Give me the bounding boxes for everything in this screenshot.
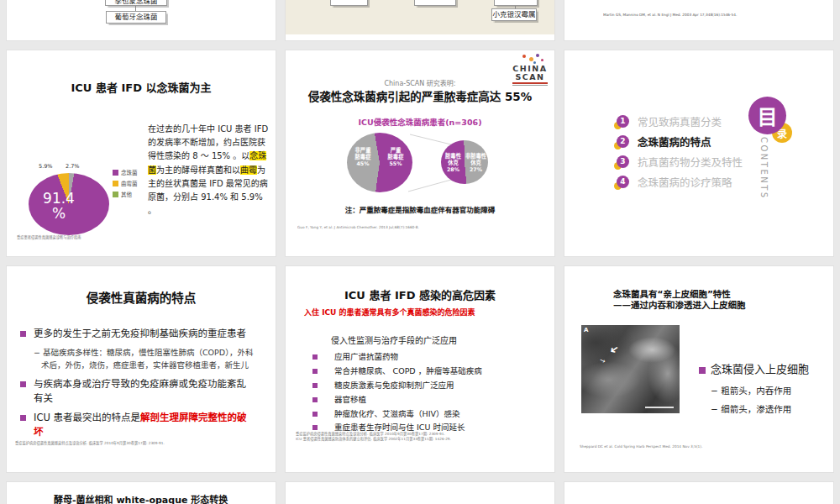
pie-sepsis-severity: 非严重 脓毒症 45% 严重 脓毒症 55% [347, 133, 412, 192]
number-badge: 2 [617, 135, 629, 148]
bullet-square-icon [312, 354, 318, 360]
risk-list: 侵入性监测与治疗手段的广泛应用 应用广谱抗菌药物 常合并糖尿病、 COPD ，肿… [312, 333, 539, 437]
bullet-item: 与疾病本身或治疗导致的免疫麻痹或免疫功能紊乱有关 [20, 377, 267, 407]
scale-bar [645, 407, 674, 408]
toc-contents-vertical-label: CONTENTS [759, 137, 769, 200]
bullet-square-icon [20, 415, 26, 421]
contents-item-2[interactable]: 2 念珠菌病的特点 [617, 131, 743, 151]
pie-label-candida-pct: 91.4% [25, 192, 92, 222]
pie-label-shock: 脓毒性 休克28% [442, 153, 465, 173]
thick-arrow-icon: ➜ [607, 342, 622, 358]
slide-partial-blank-1[interactable] [286, 482, 554, 504]
footnote: 重症患者侵袭性真菌感染诊断与治疗指南 [17, 234, 81, 239]
pie-label-other: 2.7% [66, 163, 80, 170]
org-box-cut-3 [494, 0, 538, 6]
sub-bullet-1: − 粗箭头，内吞作用 [711, 384, 791, 396]
bullet-square-icon [20, 331, 26, 337]
risk-item: 常合并糖尿病、 COPD ，肿瘤等基础疾病 [312, 366, 539, 376]
footnote-2: ICU 患者侵袭性真菌感染防治体系的建立和评估. 临床医学 2002年11月第3… [296, 436, 451, 441]
legend-swatch-aspergillus [113, 181, 118, 186]
contents-item-1[interactable]: 1 常见致病真菌分类 [617, 111, 743, 131]
org-box-bottom: 葡萄牙念珠菌 [106, 11, 166, 24]
contents-list: 1 常见致病真菌分类 2 念珠菌病的特点 3 抗真菌药物分类及特性 4 念珠菌病… [617, 111, 743, 192]
contents-item-label-active: 念珠菌病的特点 [638, 134, 711, 150]
bullet-item: ICU 患者最突出的特点是解剖生理屏障完整性的破坏 [20, 411, 267, 440]
risk-lead-item: 侵入性监测与治疗手段的广泛应用 [331, 333, 539, 346]
citation-text: Sheppard DC et al. Cold Spring Harb Pers… [580, 444, 702, 449]
sub-bullet-2: − 细箭头，渗透作用 [711, 402, 791, 415]
slide-title: ICU 患者 IFD 以念珠菌为主 [7, 79, 276, 95]
legend-label: 念珠菌 [121, 168, 138, 176]
org-box-cunninghamella: 小克银汉霉属 [491, 8, 537, 21]
pie-label-noshock: 非脓毒性 休克27% [465, 153, 487, 173]
citation-text: Martin GS, Mannino DM, et al. N Engl J M… [603, 13, 737, 17]
bullet-square-icon [312, 412, 318, 417]
risk-item: 应用广谱抗菌药物 [312, 352, 539, 362]
pie-legend: 念珠菌 曲霉菌 其他 [113, 168, 138, 201]
slide-candida-classification[interactable]: 季也蒙念珠菌 葡萄牙念珠菌 [7, 0, 276, 40]
org-box-top: 季也蒙念珠菌 [105, 0, 167, 6]
legend-swatch-candida [113, 170, 118, 176]
slide-contents[interactable]: 1 常见致病真菌分类 2 念珠菌病的特点 3 抗真菌药物分类及特性 4 念珠菌病… [564, 50, 833, 256]
slide-sepsis-citation[interactable]: Martin GS, Mannino DM, et al. N Engl J M… [564, 0, 833, 40]
citation-text: Guo F, Yang Y, et al. J Antimicrob Chemo… [297, 225, 419, 229]
org-box-cut-1 [330, 0, 368, 6]
number-badge: 4 [617, 176, 629, 188]
bullet-item: 更多的发生于之前无免疫抑制基础疾病的重症患者 [20, 327, 267, 341]
contents-item-4[interactable]: 4 念珠菌病的诊疗策略 [617, 171, 743, 192]
red-subtitle: 入住 ICU 的患者通常具有多个真菌感染的危险因素 [304, 307, 475, 318]
contents-item-label: 抗真菌药物分类及特性 [638, 154, 743, 170]
bullet-square-icon [20, 381, 26, 387]
slide-mold-classification[interactable]: 小克银汉霉属 [286, 0, 554, 40]
slide-title: 侵袭性真菌病的特点 [7, 288, 276, 306]
bullet-text: 念珠菌侵入上皮细胞 [711, 360, 809, 376]
legend-label: 其他 [121, 190, 132, 198]
contents-item-label: 念珠菌病的诊疗策略 [638, 174, 732, 190]
slide-title-line2: ——通过内吞和渗透进入上皮细胞 [613, 298, 746, 311]
risk-item: 糖皮质激素与免疫抑制剂广泛应用 [312, 381, 539, 391]
bullet-square-icon [312, 425, 318, 430]
pie-label-nonsevere: 非严重 脓毒症 45% [348, 147, 378, 167]
slide-epithelial-affinity[interactable]: 念珠菌具有“亲上皮细胞”特性 ——通过内吞和渗透进入上皮细胞 A ➜ → 念珠菌… [564, 266, 833, 472]
pie-label-severe: 严重 脓毒症 55% [381, 147, 410, 167]
bullet-subitem: − 基础疾病多样性：糖尿病，慢性阻塞性肺病（COPD），外科术后，外伤，烧伤，癌… [34, 346, 259, 371]
slide-china-scan-sepsis[interactable]: CHINA SCAN China-SCAN 研究表明: 侵袭性念珠菌病引起的严重… [286, 50, 554, 256]
risk-item: 肿瘤放化疗、艾滋病毒（HIV）感染 [312, 409, 539, 419]
note-text: 注：严重脓毒症是指脓毒血症伴有器官功能障碍 [286, 204, 554, 214]
pie-septic-shock: 脓毒性 休克28% 非脓毒性 休克27% [441, 140, 488, 184]
slide-ifd-features[interactable]: 侵袭性真菌病的特点 更多的发生于之前无免疫抑制基础疾病的重症患者 − 基础疾病多… [7, 266, 276, 472]
number-badge: 1 [617, 115, 629, 128]
image-panel-label: A [584, 327, 588, 333]
slide-risk-factors[interactable]: ICU 患者 IFD 感染的高危因素 入住 ICU 的患者通常具有多个真菌感染的… [286, 266, 554, 472]
bullet-square-icon [312, 369, 318, 374]
risk-item: 器官移植 [312, 395, 539, 405]
bullet-square-icon [699, 367, 706, 374]
legend-label: 曲霉菌 [121, 179, 138, 187]
bullet-square-icon [312, 383, 318, 388]
slide-title: 酵母-菌丝相和 white-opaque 形态转换 [54, 492, 228, 504]
sem-micrograph-image: A ➜ → [581, 325, 680, 413]
slide-title: ICU 患者 IFD 感染的高危因素 [286, 286, 554, 302]
bullet-square-icon [312, 397, 318, 402]
legend-swatch-other [113, 192, 118, 197]
slide-partial-blank-2[interactable] [564, 482, 833, 504]
contents-item-label: 常见致病真菌分类 [638, 113, 722, 129]
contents-item-3[interactable]: 3 抗真菌药物分类及特性 [617, 151, 743, 171]
slide-icu-ifd-candida[interactable]: ICU 患者 IFD 以念珠菌为主 5.9% 2.7% 91.4% 念珠菌 曲霉… [7, 50, 276, 256]
slide-morphology-switch[interactable]: 酵母-菌丝相和 white-opaque 形态转换 [7, 482, 276, 504]
footnote: 重症监护病房侵袭性真菌感染特点及诊治分析. 临床医学 2010年9月第30卷第1… [15, 440, 165, 445]
org-box-cut-2 [414, 0, 456, 6]
body-paragraph: 在过去的几十年中 ICU 患者 IFD 的发病率不断增加，约占医院获得性感染的 … [148, 123, 272, 218]
thin-arrow-icon: → [598, 356, 606, 365]
toc-big-circle: 目 [748, 97, 786, 134]
pie-label-aspergillus: 5.9% [39, 163, 53, 170]
number-badge: 3 [617, 155, 629, 168]
bullet-list: 更多的发生于之前无免疫抑制基础疾病的重症患者 − 基础疾病多样性：糖尿病，慢性阻… [20, 327, 267, 440]
